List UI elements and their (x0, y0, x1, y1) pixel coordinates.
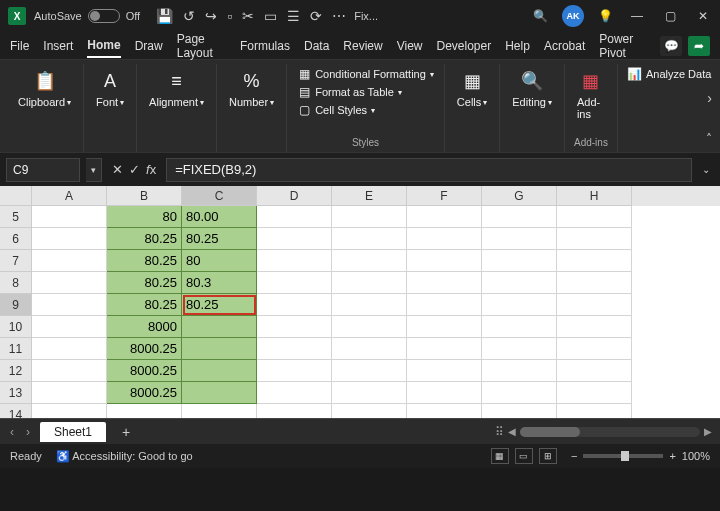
comments-button[interactable]: 💬 (660, 36, 682, 56)
row-header[interactable]: 8 (0, 272, 32, 294)
share-button[interactable]: ➦ (688, 36, 710, 56)
save-icon[interactable]: 💾 (156, 8, 173, 24)
cell[interactable] (182, 382, 257, 404)
cell[interactable] (107, 404, 182, 418)
cell[interactable] (557, 294, 632, 316)
cell[interactable]: 80 (182, 250, 257, 272)
cell[interactable] (332, 228, 407, 250)
row-header[interactable]: 7 (0, 250, 32, 272)
sheet-tab[interactable]: Sheet1 (40, 422, 106, 442)
user-avatar[interactable]: AK (562, 5, 584, 27)
cell[interactable] (332, 206, 407, 228)
cell[interactable] (557, 272, 632, 294)
cell[interactable] (182, 338, 257, 360)
row-header[interactable]: 13 (0, 382, 32, 404)
toggle-switch[interactable] (88, 9, 120, 23)
tab-power-pivot[interactable]: Power Pivot (599, 28, 646, 64)
col-header[interactable]: F (407, 186, 482, 206)
enter-formula-icon[interactable]: ✓ (129, 162, 140, 177)
undo-icon[interactable]: ↺ (183, 8, 195, 24)
cell[interactable] (407, 250, 482, 272)
zoom-out-button[interactable]: − (571, 450, 577, 462)
row-header[interactable]: 6 (0, 228, 32, 250)
cell[interactable] (257, 228, 332, 250)
tab-data[interactable]: Data (304, 35, 329, 57)
cell[interactable] (32, 206, 107, 228)
hscroll-left-icon[interactable]: ◀ (508, 426, 516, 437)
cell[interactable] (407, 228, 482, 250)
cell[interactable] (32, 228, 107, 250)
cell[interactable] (32, 404, 107, 418)
cell[interactable] (257, 316, 332, 338)
number-button[interactable]: % Number▾ (225, 66, 278, 110)
cell[interactable] (557, 316, 632, 338)
search-icon[interactable]: 🔍 (533, 9, 548, 23)
cell[interactable] (557, 250, 632, 272)
col-header[interactable]: B (107, 186, 182, 206)
cell[interactable] (182, 404, 257, 418)
cell[interactable]: 8000.25 (107, 338, 182, 360)
row-header[interactable]: 9 (0, 294, 32, 316)
page-layout-view-button[interactable]: ▭ (515, 448, 533, 464)
expand-formula-bar-icon[interactable]: ⌄ (698, 164, 714, 175)
cell[interactable] (482, 338, 557, 360)
cell[interactable] (482, 316, 557, 338)
cell[interactable] (32, 316, 107, 338)
cell[interactable] (407, 404, 482, 418)
cell[interactable] (182, 316, 257, 338)
col-header[interactable]: D (257, 186, 332, 206)
tab-view[interactable]: View (397, 35, 423, 57)
sheet-nav-next[interactable]: › (24, 425, 32, 439)
cell[interactable] (257, 294, 332, 316)
cell[interactable] (482, 272, 557, 294)
cell[interactable]: 80.25 (107, 228, 182, 250)
cell[interactable] (182, 360, 257, 382)
cell[interactable] (257, 382, 332, 404)
cell[interactable] (482, 404, 557, 418)
accessibility-status[interactable]: ♿ Accessibility: Good to go (56, 450, 193, 463)
cut-icon[interactable]: ✂ (242, 8, 254, 24)
row-header[interactable]: 12 (0, 360, 32, 382)
collapse-ribbon-icon[interactable]: ˄ (706, 132, 712, 146)
cancel-formula-icon[interactable]: ✕ (112, 162, 123, 177)
cell[interactable]: 80.25 (182, 294, 257, 316)
analyze-data-button[interactable]: 📊Analyze Data (626, 66, 713, 82)
font-button[interactable]: A Font▾ (92, 66, 128, 110)
tab-acrobat[interactable]: Acrobat (544, 35, 585, 57)
cell[interactable] (32, 360, 107, 382)
tab-home[interactable]: Home (87, 34, 120, 58)
qat-icon[interactable]: ▫ (227, 8, 232, 24)
tab-help[interactable]: Help (505, 35, 530, 57)
document-name[interactable]: Fix... (354, 10, 378, 22)
row-header[interactable]: 10 (0, 316, 32, 338)
cell[interactable] (257, 272, 332, 294)
add-sheet-button[interactable]: + (114, 424, 138, 440)
cell[interactable] (332, 404, 407, 418)
page-break-view-button[interactable]: ⊞ (539, 448, 557, 464)
cell[interactable] (332, 316, 407, 338)
cell[interactable] (332, 294, 407, 316)
qat-icon[interactable]: ▭ (264, 8, 277, 24)
cell[interactable] (407, 382, 482, 404)
cell[interactable] (257, 404, 332, 418)
cell[interactable] (332, 250, 407, 272)
normal-view-button[interactable]: ▦ (491, 448, 509, 464)
col-header[interactable]: H (557, 186, 632, 206)
tab-insert[interactable]: Insert (43, 35, 73, 57)
col-header[interactable]: C (182, 186, 257, 206)
editing-button[interactable]: 🔍 Editing▾ (508, 66, 556, 110)
name-box[interactable]: C9 (6, 158, 80, 182)
cell[interactable]: 80.25 (107, 250, 182, 272)
close-button[interactable]: ✕ (694, 5, 712, 27)
tab-page-layout[interactable]: Page Layout (177, 28, 226, 64)
tab-developer[interactable]: Developer (436, 35, 491, 57)
cell[interactable]: 80.25 (107, 294, 182, 316)
cell[interactable] (257, 250, 332, 272)
qat-icon[interactable]: ☰ (287, 8, 300, 24)
cell[interactable] (557, 404, 632, 418)
name-box-dropdown[interactable]: ▾ (86, 158, 102, 182)
cell[interactable] (32, 272, 107, 294)
cell[interactable] (407, 272, 482, 294)
col-header[interactable]: A (32, 186, 107, 206)
redo-icon[interactable]: ↪ (205, 8, 217, 24)
